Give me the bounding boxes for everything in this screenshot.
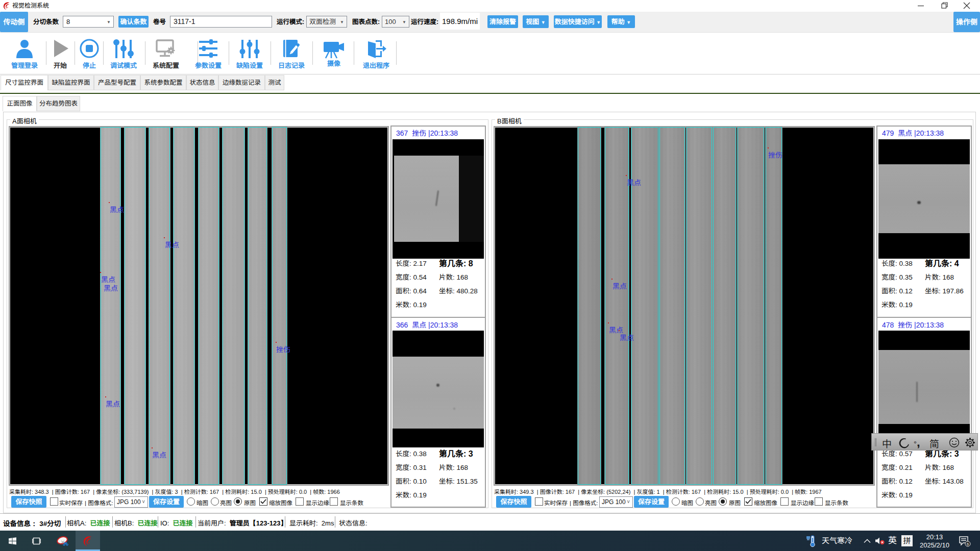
svg-text:6: 6 — [967, 542, 969, 546]
